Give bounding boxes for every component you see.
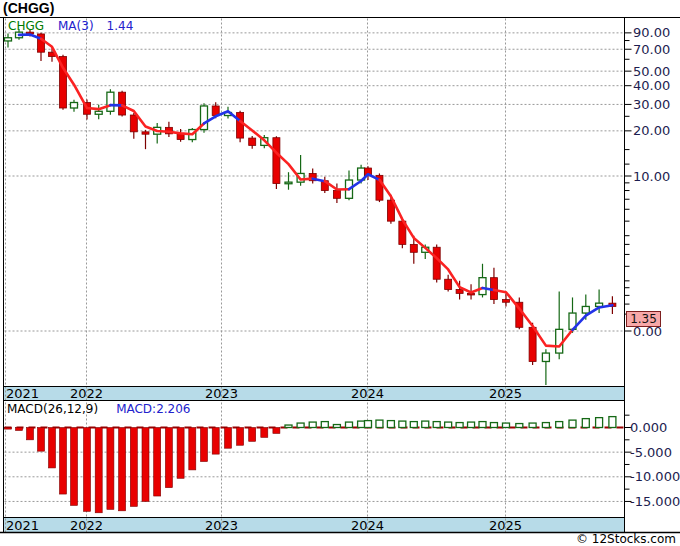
macd-bar-negative — [60, 428, 67, 495]
macd-bar-positive — [468, 422, 475, 427]
price-axis-label: 30.00 — [633, 97, 670, 112]
macd-bar-positive — [456, 423, 463, 428]
macd-legend: MACD(26,12,9)MACD:2.206 — [7, 402, 191, 416]
x-axis-year-label: 2021 — [6, 518, 39, 533]
candle-up — [542, 353, 549, 361]
macd-axis-label: -5.000 — [630, 445, 672, 460]
macd-bar-negative — [38, 428, 45, 452]
candle-up — [285, 182, 292, 184]
macd-bar-positive — [422, 421, 429, 427]
x-axis-year-label: 2024 — [351, 386, 384, 401]
candle-down — [529, 327, 536, 361]
candle-down — [130, 115, 137, 132]
macd-bar-negative — [107, 428, 114, 510]
macd-bar-positive — [582, 419, 589, 428]
candle-up — [479, 278, 486, 295]
macd-bar-positive — [609, 417, 616, 428]
macd-bar-negative — [189, 428, 196, 470]
macd-bar-positive — [376, 420, 383, 427]
macd-bar-positive — [387, 421, 394, 428]
price-axis-label: 40.00 — [633, 78, 670, 93]
ma-line-rising — [483, 288, 494, 290]
macd-bar-negative — [16, 428, 23, 431]
macd-bar-negative — [237, 428, 244, 446]
ma-label: MA(3) — [58, 19, 94, 33]
x-axis-year-label: 2025 — [489, 518, 522, 533]
macd-value-label: MACD:2.206 — [116, 402, 190, 416]
candle-down — [142, 132, 149, 134]
macd-bar-positive — [503, 423, 510, 427]
x-axis-year-label: 2022 — [70, 518, 103, 533]
macd-bar-positive — [346, 422, 353, 427]
macd-bar-negative — [49, 428, 56, 468]
price-axis-label: 10.00 — [633, 169, 670, 184]
page-title: (CHGG) — [3, 0, 54, 16]
macd-bar-positive — [516, 424, 523, 428]
candle-down — [410, 244, 417, 252]
symbol-label: CHGG — [8, 19, 44, 33]
candle-down — [503, 300, 510, 303]
macd-bar-positive — [569, 420, 576, 427]
macd-bar-positive — [445, 422, 452, 427]
macd-axis-label: -15.000 — [630, 494, 680, 509]
macd-axis-label: 0.000 — [630, 420, 667, 435]
macd-bar-negative — [225, 428, 232, 449]
macd-axis-label: -10.000 — [630, 469, 680, 484]
macd-bar-negative — [5, 428, 12, 430]
x-axis-year-label: 2024 — [351, 518, 384, 533]
candle-up — [71, 103, 78, 108]
macd-bar-negative — [201, 428, 208, 462]
copyright: © 12Stocks.com — [576, 533, 676, 546]
x-axis-year-label: 2025 — [489, 386, 522, 401]
candle-down — [249, 138, 256, 145]
candle-up — [556, 329, 563, 353]
candle-up — [5, 38, 12, 41]
main-chart-legend: CHGGMA(3)1.44 — [8, 19, 133, 33]
candle-down — [237, 113, 244, 139]
macd-bar-negative — [154, 428, 161, 497]
macd-bar-positive — [297, 423, 304, 427]
macd-bar-negative — [84, 428, 91, 512]
macd-bar-positive — [479, 422, 486, 428]
macd-bar-positive — [542, 423, 549, 428]
candle-down — [119, 92, 126, 115]
last-price-tag: 1.35 — [626, 311, 661, 327]
macd-bar-negative — [142, 428, 149, 502]
price-axis-label: 70.00 — [633, 42, 670, 57]
macd-name-label: MACD(26,12,9) — [7, 402, 98, 416]
macd-bar-positive — [399, 421, 406, 427]
macd-bar-positive — [309, 422, 316, 427]
macd-bar-positive — [321, 422, 328, 428]
candle-up — [582, 306, 589, 313]
candle-down — [273, 138, 280, 184]
macd-bar-negative — [119, 428, 126, 511]
macd-bar-positive — [285, 425, 292, 427]
macd-bar-negative — [249, 428, 256, 442]
x-axis-year-label: 2023 — [205, 518, 238, 533]
macd-bar-negative — [261, 428, 268, 438]
macd-bar-negative — [273, 428, 280, 434]
macd-bar-negative — [130, 428, 137, 507]
x-axis-year-label: 2022 — [70, 386, 103, 401]
candle-down — [333, 191, 340, 199]
macd-bar-negative — [71, 428, 78, 506]
price-axis-label: 20.00 — [633, 123, 670, 138]
price-axis-label: 90.00 — [633, 25, 670, 40]
macd-bar-positive — [358, 421, 365, 427]
candle-down — [445, 279, 452, 289]
macd-bar-positive — [556, 422, 563, 428]
stock-chart-widget: 90.0070.0050.0040.0030.0020.0010.000.000… — [0, 0, 680, 546]
macd-bar-negative — [212, 428, 219, 455]
candle-up — [95, 111, 102, 114]
macd-bar-positive — [596, 418, 603, 428]
ma-value: 1.44 — [107, 19, 134, 33]
macd-bar-positive — [333, 425, 340, 428]
x-axis-year-label: 2021 — [6, 386, 39, 401]
macd-bar-negative — [165, 428, 172, 488]
macd-bar-positive — [433, 422, 440, 428]
candle-up — [107, 92, 114, 111]
macd-bar-positive — [529, 423, 536, 427]
macd-bar-positive — [365, 421, 372, 428]
candle-down — [456, 290, 463, 294]
chart-canvas: 90.0070.0050.0040.0030.0020.0010.000.000… — [0, 0, 680, 546]
